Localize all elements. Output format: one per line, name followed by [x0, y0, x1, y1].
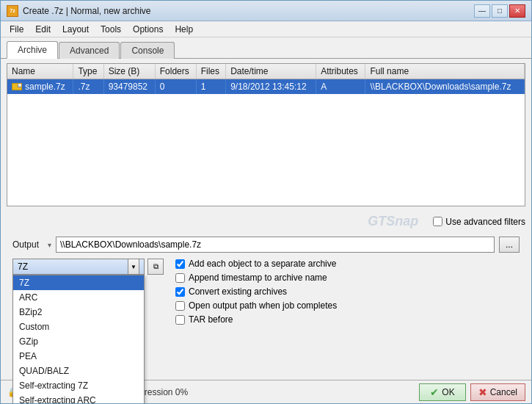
option-checkbox-2[interactable]: [175, 287, 185, 297]
option-label-0: Add each object to a separate archive: [189, 259, 336, 269]
format-option-pea[interactable]: PEA: [13, 349, 144, 364]
minimize-button[interactable]: —: [474, 4, 490, 18]
window-title: Create .7z | Normal, new archive: [23, 6, 151, 16]
cell-files: 1: [196, 79, 225, 95]
cell-size: 93479852: [103, 79, 155, 95]
col-datetime: Date/time: [226, 64, 316, 79]
title-bar: 7z Create .7z | Normal, new archive — □ …: [1, 1, 531, 21]
format-dropdown-selected[interactable]: 7Z ▼: [12, 259, 145, 275]
menu-file[interactable]: File: [4, 23, 29, 36]
menu-tools[interactable]: Tools: [95, 23, 127, 36]
format-option-custom[interactable]: Custom: [13, 320, 144, 334]
cross-icon: ✖: [478, 386, 487, 398]
option-label-3: Open output path when job completes: [189, 300, 337, 311]
format-option-bzip2[interactable]: BZip2: [13, 305, 144, 320]
col-files: Files: [196, 64, 225, 79]
ok-label: OK: [442, 387, 454, 397]
col-attributes: Attributes: [316, 64, 365, 79]
format-option-sfxarc[interactable]: Self-extracting ARC: [13, 393, 144, 403]
menu-layout[interactable]: Layout: [57, 23, 95, 36]
option-label-1: Append timestamp to archive name: [189, 273, 327, 283]
option-checkbox-0[interactable]: [175, 259, 185, 269]
menu-options[interactable]: Options: [127, 23, 169, 36]
option-row-3: Open output path when job completes: [175, 300, 520, 311]
tab-advanced[interactable]: Advanced: [59, 42, 120, 59]
tabs-bar: Archive Advanced Console: [1, 37, 531, 59]
content-area: Name Type Size (B) Folders Files Date/ti…: [1, 59, 531, 403]
cell-folders: 0: [155, 79, 196, 95]
menu-edit[interactable]: Edit: [29, 23, 57, 36]
option-row-0: Add each object to a separate archive: [175, 259, 520, 269]
output-row: Output ▾ ...: [7, 234, 525, 256]
col-name: Name: [7, 64, 73, 79]
output-path-input[interactable]: [56, 237, 495, 253]
format-option-quad[interactable]: QUAD/BALZ: [13, 364, 144, 378]
advanced-filters-checkbox[interactable]: [433, 217, 442, 226]
browse-button[interactable]: ...: [499, 237, 520, 253]
file-table-container: Name Type Size (B) Folders Files Date/ti…: [7, 63, 525, 206]
option-checkbox-4[interactable]: [175, 315, 185, 325]
tab-archive[interactable]: Archive: [7, 41, 58, 59]
right-options: Add each object to a separate archive Ap…: [170, 259, 520, 325]
cell-attributes: A: [316, 79, 365, 95]
close-button[interactable]: ✕: [509, 4, 525, 18]
option-row-4: TAR before: [175, 314, 520, 325]
app-icon: 7z: [7, 5, 18, 17]
dropdown-arrow-icon: ▼: [128, 259, 139, 275]
col-type: Type: [73, 64, 103, 79]
check-icon: ✔: [430, 386, 439, 398]
col-folders: Folders: [155, 64, 196, 79]
watermark: GTSnap: [7, 212, 424, 231]
ok-button[interactable]: ✔ OK: [419, 383, 465, 401]
format-dropdown-list: 7Z ARC BZip2 Custom GZip PEA QUAD/BALZ S…: [12, 275, 145, 403]
cancel-label: Cancel: [490, 387, 517, 397]
advanced-filters-checkbox-row: Use advanced filters: [433, 217, 525, 227]
cell-datetime: 9/18/2012 13:45:12: [226, 79, 316, 95]
format-option-arc[interactable]: ARC: [13, 290, 144, 305]
cell-fullname: \\BLACKBOX\Downloads\sample.7z: [365, 79, 525, 95]
advanced-filters-label: Use advanced filters: [445, 217, 525, 227]
maximize-button[interactable]: □: [492, 4, 508, 18]
format-option-7z[interactable]: 7Z: [13, 275, 144, 290]
option-row-1: Append timestamp to archive name: [175, 273, 520, 283]
menu-help[interactable]: Help: [169, 23, 199, 36]
option-checkbox-3[interactable]: [175, 301, 185, 311]
file-icon: [12, 83, 22, 90]
format-option-sfx7z[interactable]: Self-extracting 7Z: [13, 378, 144, 393]
output-arrow: ▾: [48, 241, 51, 249]
title-bar-controls: — □ ✕: [474, 4, 525, 18]
copy-button[interactable]: ⧉: [147, 259, 164, 275]
format-dropdown-container: 7Z ▼ 7Z ARC BZip2 Custom GZip PEA QUAD/B…: [12, 259, 145, 275]
col-size: Size (B): [103, 64, 155, 79]
main-window: 7z Create .7z | Normal, new archive — □ …: [0, 0, 532, 404]
option-label-2: Convert existing archives: [189, 286, 287, 297]
format-option-gzip[interactable]: GZip: [13, 334, 144, 349]
file-table: Name Type Size (B) Folders Files Date/ti…: [7, 64, 525, 94]
cell-name: sample.7z: [7, 79, 73, 95]
cell-type: .7z: [73, 79, 103, 95]
tab-console[interactable]: Console: [120, 42, 175, 59]
option-checkbox-1[interactable]: [175, 273, 185, 283]
title-bar-left: 7z Create .7z | Normal, new archive: [7, 5, 151, 17]
output-label: Output: [12, 239, 43, 250]
menu-bar: File Edit Layout Tools Options Help: [1, 21, 531, 37]
option-row-2: Convert existing archives: [175, 286, 520, 297]
col-fullname: Full name: [365, 64, 525, 79]
format-selected-value: 7Z: [18, 261, 28, 272]
option-label-4: TAR before: [189, 314, 233, 325]
cancel-button[interactable]: ✖ Cancel: [470, 383, 525, 401]
table-row[interactable]: sample.7z .7z 93479852 0 1 9/18/2012 13:…: [7, 79, 525, 95]
